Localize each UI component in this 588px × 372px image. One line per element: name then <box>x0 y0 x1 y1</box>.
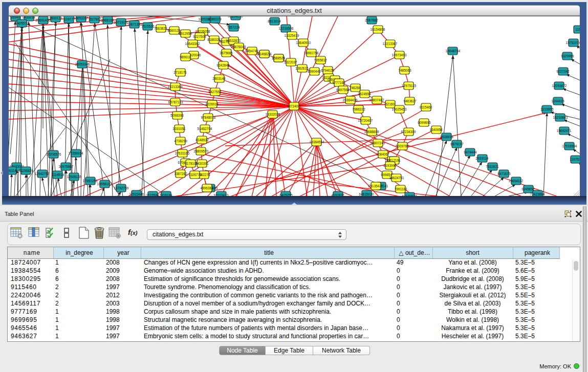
svg-text:1244415: 1244415 <box>551 99 564 103</box>
svg-text:23676048: 23676048 <box>231 45 246 49</box>
svg-text:12218506: 12218506 <box>279 27 294 30</box>
svg-text:3624554: 3624554 <box>358 92 371 96</box>
svg-text:18724007: 18724007 <box>287 104 302 108</box>
svg-text:20206576: 20206576 <box>47 152 61 156</box>
svg-text:17957253: 17957253 <box>83 179 98 183</box>
svg-text:9463627: 9463627 <box>403 99 417 103</box>
svg-text:8186328: 8186328 <box>207 38 221 41</box>
svg-text:73178108: 73178108 <box>183 162 198 165</box>
svg-text:1031051: 1031051 <box>172 127 186 130</box>
svg-text:6193990: 6193990 <box>383 164 397 167</box>
svg-text:9084067: 9084067 <box>376 152 389 156</box>
svg-text:17016504: 17016504 <box>562 144 577 148</box>
svg-text:15720407: 15720407 <box>358 119 373 122</box>
svg-text:12975115: 12975115 <box>402 84 417 87</box>
svg-text:19302035: 19302035 <box>266 113 280 116</box>
svg-text:7632821: 7632821 <box>486 165 499 168</box>
svg-text:10958107: 10958107 <box>97 182 112 186</box>
svg-text:12505135: 12505135 <box>67 175 82 179</box>
svg-text:16961758: 16961758 <box>304 51 319 55</box>
svg-text:989618: 989618 <box>180 55 191 59</box>
svg-text:4738299: 4738299 <box>174 139 187 143</box>
svg-text:7485063: 7485063 <box>398 69 411 72</box>
svg-text:8471675: 8471675 <box>497 172 511 176</box>
svg-text:62160: 62160 <box>385 102 395 106</box>
svg-text:16782759: 16782759 <box>114 186 129 190</box>
svg-text:39114: 39114 <box>9 169 16 172</box>
svg-text:16154808: 16154808 <box>371 28 385 31</box>
svg-text:12093872: 12093872 <box>552 84 567 87</box>
svg-text:10853267: 10853267 <box>74 16 89 20</box>
svg-text:9600133: 9600133 <box>49 16 62 20</box>
svg-text:8938918: 8938918 <box>440 135 453 139</box>
svg-text:6099695: 6099695 <box>418 121 431 124</box>
svg-text:9227509: 9227509 <box>193 35 206 38</box>
svg-text:16648784: 16648784 <box>446 49 461 53</box>
svg-text:10977: 10977 <box>64 17 73 21</box>
svg-text:9227342: 9227342 <box>556 70 570 73</box>
svg-text:18807249: 18807249 <box>371 141 385 145</box>
svg-text:9777169: 9777169 <box>332 81 345 84</box>
svg-text:9329966: 9329966 <box>561 54 574 58</box>
svg-text:16210643: 16210643 <box>553 116 568 119</box>
svg-text:2405571: 2405571 <box>15 21 29 25</box>
svg-text:37631165: 37631165 <box>175 151 190 155</box>
svg-text:1326773: 1326773 <box>188 173 202 177</box>
svg-text:19384554: 19384554 <box>310 140 324 144</box>
svg-text:1226916: 1226916 <box>205 102 219 106</box>
svg-text:7991183: 7991183 <box>395 187 407 191</box>
svg-text:87234309: 87234309 <box>401 130 416 134</box>
svg-text:20691406: 20691406 <box>36 18 51 22</box>
svg-text:9474444: 9474444 <box>464 150 477 154</box>
svg-text:30975867: 30975867 <box>59 165 74 168</box>
svg-text:13640910: 13640910 <box>296 41 311 45</box>
svg-text:02654235: 02654235 <box>228 16 243 18</box>
svg-text:34624751: 34624751 <box>389 176 404 180</box>
svg-text:64835030: 64835030 <box>359 192 374 196</box>
svg-text:9245652: 9245652 <box>521 187 535 191</box>
svg-text:2803144: 2803144 <box>212 77 226 80</box>
svg-text:17359934: 17359934 <box>69 151 83 155</box>
svg-text:97848018: 97848018 <box>201 116 216 119</box>
svg-text:5009788: 5009788 <box>396 144 409 148</box>
svg-text:8990443: 8990443 <box>308 70 321 73</box>
svg-text:7515526: 7515526 <box>141 25 155 28</box>
svg-text:9242848: 9242848 <box>216 63 230 67</box>
svg-text:10025453: 10025453 <box>392 107 407 111</box>
svg-text:10671355: 10671355 <box>127 23 142 26</box>
svg-text:6794028: 6794028 <box>321 69 334 72</box>
svg-text:13325419: 13325419 <box>285 34 299 37</box>
svg-text:15751074: 15751074 <box>566 41 580 45</box>
svg-text:26940: 26940 <box>11 16 20 19</box>
svg-text:10688609: 10688609 <box>364 130 379 134</box>
svg-text:2718176: 2718176 <box>173 71 187 74</box>
svg-text:25135427: 25135427 <box>368 184 383 188</box>
svg-text:8912954: 8912954 <box>179 32 192 35</box>
svg-text:4896383: 4896383 <box>200 186 213 190</box>
svg-text:1527602: 1527602 <box>88 17 101 21</box>
svg-text:10654112: 10654112 <box>509 179 524 183</box>
svg-text:12942757: 12942757 <box>35 172 50 176</box>
svg-text:11156829: 11156829 <box>19 169 33 172</box>
svg-text:1362615: 1362615 <box>295 67 309 70</box>
svg-text:6879197: 6879197 <box>450 142 464 146</box>
svg-text:5322037: 5322037 <box>284 60 297 64</box>
svg-text:3675685: 3675685 <box>220 51 233 55</box>
svg-text:1588520: 1588520 <box>272 56 285 60</box>
svg-text:116753: 116753 <box>570 158 580 161</box>
svg-text:6966160: 6966160 <box>101 18 114 22</box>
svg-text:3215955: 3215955 <box>540 107 554 111</box>
svg-text:0433218: 0433218 <box>22 16 35 19</box>
svg-text:8386379: 8386379 <box>208 17 222 21</box>
svg-text:1112: 1112 <box>575 28 580 31</box>
svg-text:51462704: 51462704 <box>198 127 212 130</box>
svg-text:1640954: 1640954 <box>429 128 443 132</box>
svg-text:7357224: 7357224 <box>227 26 240 29</box>
svg-text:96532871: 96532871 <box>226 39 241 42</box>
svg-text:8813014: 8813014 <box>268 19 281 23</box>
svg-text:8427552: 8427552 <box>208 90 222 94</box>
svg-text:65787133: 65787133 <box>168 100 183 104</box>
svg-text:746266: 746266 <box>350 86 361 90</box>
svg-text:8148932: 8148932 <box>195 138 209 142</box>
svg-text:7663822: 7663822 <box>154 27 167 30</box>
